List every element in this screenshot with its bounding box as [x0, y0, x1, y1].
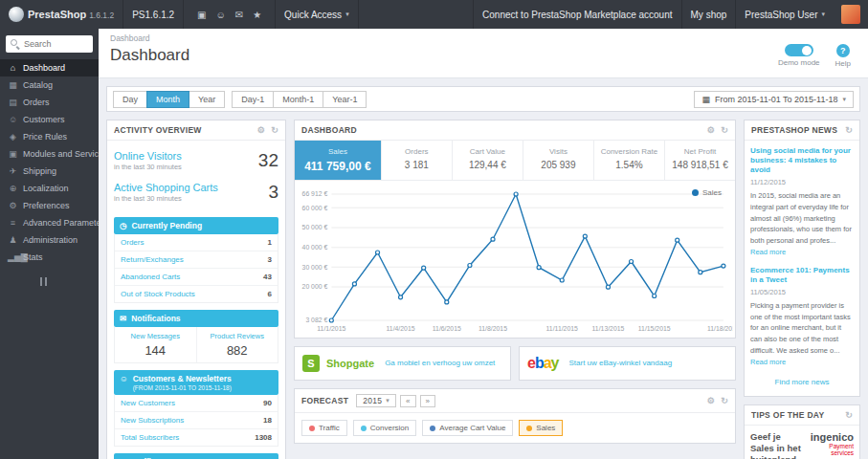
orders-icon: ▤ [8, 98, 18, 107]
sidebar-item-customers[interactable]: ☺Customers [0, 111, 99, 128]
customers-icon[interactable]: ☺ [211, 10, 231, 20]
sidebar-item-catalog[interactable]: ▦Catalog [0, 76, 99, 94]
sidebar-item-orders[interactable]: ▤Orders [0, 94, 99, 111]
pending-row: Orders1 [115, 234, 278, 251]
badge-icon[interactable]: ★ [248, 10, 266, 20]
new-messages-cell[interactable]: New Messages 144 [115, 327, 196, 362]
refresh-icon[interactable]: ↻ [845, 410, 853, 420]
chevron-down-icon: ▾ [345, 11, 349, 18]
refresh-icon[interactable]: ↻ [845, 125, 853, 135]
svg-text:40 000 €: 40 000 € [302, 244, 328, 251]
forecast-sales-toggle[interactable]: Sales [519, 420, 563, 436]
svg-text:11/18/2015: 11/18/2015 [707, 325, 733, 332]
filter-day-1-button[interactable]: Day-1 [232, 91, 274, 108]
activity-overview-panel: ACTIVITY OVERVIEW ⚙ ↻ Online Visitors in… [106, 120, 286, 459]
gear-icon[interactable]: ⚙ [257, 125, 265, 135]
gear-icon[interactable]: ⚙ [707, 125, 715, 135]
online-visitors-link[interactable]: Online Visitors [114, 150, 182, 162]
chart-legend[interactable]: Sales [692, 188, 722, 197]
quick-access-menu[interactable]: Quick Access ▾ [276, 0, 359, 29]
filter-month-1-button[interactable]: Month-1 [273, 91, 323, 108]
filter-year-1-button[interactable]: Year-1 [323, 91, 367, 108]
pending-returns-link[interactable]: Return/Exchanges [121, 255, 184, 264]
active-carts-link[interactable]: Active Shopping Carts [114, 182, 218, 193]
chevron-down-icon: ▾ [386, 397, 389, 404]
new-customers-link[interactable]: New Customers [121, 399, 175, 407]
sidebar-item-advanced-parameters[interactable]: ≡Advanced Parameters [0, 214, 99, 231]
out-of-stock-link[interactable]: Out of Stock Products [121, 290, 195, 298]
sidebar-item-preferences[interactable]: ⚙Preferences [0, 197, 99, 214]
refresh-icon[interactable]: ↻ [271, 125, 278, 135]
customers-row: New Subscriptions18 [115, 412, 278, 429]
new-subscriptions-link[interactable]: New Subscriptions [121, 416, 184, 425]
person-icon: ☺ [120, 374, 128, 383]
ebay-promo[interactable]: ebay Start uw eBay-winkel vandaag [519, 346, 736, 381]
messages-icon[interactable]: ✉ [231, 10, 248, 20]
read-more-link[interactable]: Read more [750, 248, 786, 256]
marketplace-link[interactable]: Connect to PrestaShop Marketplace accoun… [473, 0, 680, 29]
filter-month-button[interactable]: Month [146, 91, 189, 108]
shopgate-promo[interactable]: S Shopgate Ga mobiel en verhoog uw omzet [294, 346, 511, 381]
abandoned-carts-link[interactable]: Abandoned Carts [121, 273, 180, 281]
panel-title: ACTIVITY OVERVIEW [114, 125, 202, 135]
pending-orders-link[interactable]: Orders [121, 238, 144, 247]
sidebar-collapse-button[interactable] [40, 277, 99, 288]
forecast-next-button[interactable]: » [420, 395, 435, 407]
filter-day-button[interactable]: Day [113, 91, 147, 108]
panel-title: PRESTASHOP NEWS [751, 125, 837, 135]
sales-chart-svg: 66 912 €60 000 €50 000 €40 000 €30 000 €… [297, 185, 733, 336]
sidebar-item-modules[interactable]: ▣Modules and Services [0, 145, 99, 163]
read-more-link[interactable]: Read more [750, 358, 786, 366]
user-menu[interactable]: PrestaShop User ▾ [735, 0, 834, 29]
sidebar-item-stats[interactable]: ▂▅▇Stats [0, 249, 99, 266]
sidebar-search[interactable] [6, 35, 93, 53]
gear-icon: ⚙ [8, 201, 18, 210]
shop-name-link[interactable]: PS1.6.1.2 [123, 0, 184, 29]
shopgate-link[interactable]: Ga mobiel en verhoog uw omzet [385, 359, 495, 368]
active-carts-value: 3 [268, 182, 278, 203]
ingenico-logo[interactable]: ingenico Payment services [805, 431, 854, 459]
forecast-conversion-toggle[interactable]: Conversion [353, 420, 416, 436]
search-input[interactable] [24, 39, 88, 49]
forecast-year-select[interactable]: 2015▾ [356, 394, 396, 407]
refresh-icon[interactable]: ↻ [721, 396, 728, 405]
my-shop-link[interactable]: My shop [681, 0, 736, 29]
demo-mode-toggle[interactable]: Demo mode [778, 44, 820, 67]
prestashop-logo[interactable]: PrestaShop1.6.1.2 [0, 0, 123, 29]
help-button[interactable]: ? Help [835, 44, 851, 68]
total-subscribers-link[interactable]: Total Subscribers [121, 433, 179, 442]
user-avatar[interactable] [841, 5, 860, 24]
kpi-sales[interactable]: Sales411 759,00 € [295, 141, 382, 180]
kpi-orders[interactable]: Orders3 181 [382, 141, 453, 180]
sidebar-item-localization[interactable]: ⊕Localization [0, 180, 99, 197]
chevron-down-icon: ▾ [821, 11, 825, 18]
news-headline-link[interactable]: Ecommerce 101: Payments in a Tweet [750, 266, 854, 285]
prestashop-news-panel: PRESTASHOP NEWS ↻ Using social media for… [744, 120, 860, 397]
refresh-icon[interactable]: ↻ [721, 125, 728, 135]
product-reviews-cell[interactable]: Product Reviews 882 [196, 327, 278, 362]
forecast-prev-button[interactable]: « [400, 395, 415, 407]
find-more-news-link[interactable]: Find more news [750, 376, 854, 390]
pending-row: Return/Exchanges3 [115, 251, 278, 269]
forecast-traffic-toggle[interactable]: Traffic [301, 420, 347, 436]
news-headline-link[interactable]: Using social media for your business: 4 … [750, 146, 854, 175]
kpi-visits[interactable]: Visits205 939 [523, 141, 594, 180]
gear-icon[interactable]: ⚙ [707, 396, 715, 405]
filter-year-button[interactable]: Year [189, 91, 225, 108]
ebay-link[interactable]: Start uw eBay-winkel vandaag [569, 359, 673, 368]
sidebar-item-price-rules[interactable]: ◈Price Rules [0, 128, 99, 145]
date-filter-bar: Day Month Year Day-1 Month-1 Year-1 ▦ Fr… [106, 86, 860, 112]
cart-icon[interactable]: ▣ [192, 10, 211, 20]
sidebar-item-shipping[interactable]: ✈Shipping [0, 163, 99, 180]
brand-version: 1.6.1.2 [89, 11, 114, 20]
sidebar-item-dashboard[interactable]: ⌂Dashboard [0, 59, 99, 76]
calendar-icon: ▦ [701, 95, 710, 104]
price-tag-icon: ◈ [8, 132, 18, 142]
kpi-net-profit[interactable]: Net Profit148 918,51 € [665, 141, 735, 180]
sidebar-menu: ⌂Dashboard ▦Catalog ▤Orders ☺Customers ◈… [0, 59, 99, 266]
forecast-avg-cart-toggle[interactable]: Average Cart Value [422, 420, 513, 436]
kpi-cart-value[interactable]: Cart Value129,44 € [453, 141, 523, 180]
date-range-button[interactable]: ▦ From 2015-11-01 To 2015-11-18 ▾ [694, 91, 854, 108]
kpi-conversion-rate[interactable]: Conversion Rate1.54% [594, 141, 665, 180]
sidebar-item-administration[interactable]: ♟Administration [0, 231, 99, 249]
